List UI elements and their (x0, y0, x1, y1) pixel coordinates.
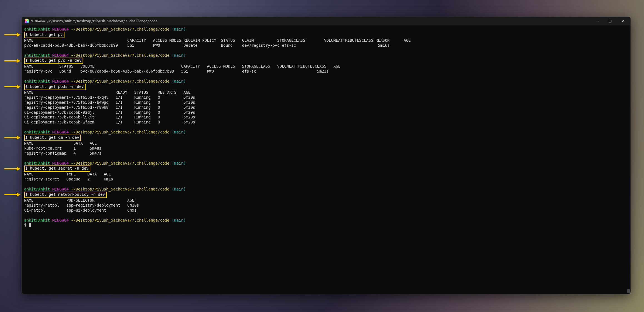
command-highlight: $ kubectl get secret -n dev (24, 165, 90, 172)
output-row: registry-configmap 4 5m47s (24, 151, 628, 156)
command-line: $ kubectl get cm -n dev (24, 135, 628, 141)
blank-line (24, 74, 628, 79)
output-row: registry-deployment-7575f656d7-b4wgd 1/1… (24, 100, 628, 105)
blank-line (24, 182, 628, 187)
output-header: NAME TYPE DATA AGE (24, 172, 628, 177)
output-header: NAME DATA AGE (24, 141, 628, 146)
prompt-line: ankit@Ankit MINGW64 ~/Desktop/Piyush_Sac… (24, 53, 628, 58)
terminal-body[interactable]: ankit@Ankit MINGW64 ~/Desktop/Piyush_Sac… (22, 25, 630, 294)
output-row: ui-deployment-757b7ccb6b-wfgzm 1/1 Runni… (24, 120, 628, 125)
annotation-arrow-icon (4, 33, 22, 37)
prompt-line: ankit@Ankit MINGW64 ~/Desktop/Piyush_Sac… (24, 79, 628, 84)
command-highlight: $ kubectl get pv (24, 32, 64, 38)
blank-line (24, 213, 628, 218)
cursor (29, 223, 31, 227)
minimize-button[interactable] (591, 17, 604, 25)
command-line: $ kubectl get pv (24, 32, 628, 38)
prompt-line: ankit@Ankit MINGW64 ~/Desktop/Piyush_Sac… (24, 218, 628, 223)
window-title: MINGW64:/c/Users/ankit/Desktop/Piyush_Sa… (31, 19, 591, 23)
blank-line (24, 156, 628, 161)
output-header: NAME POD-SELECTOR AGE (24, 198, 628, 203)
output-row: kube-root-ca.crt 1 5m48s (24, 146, 628, 151)
command-line: $ kubectl get pvc -n dev (24, 58, 628, 64)
maximize-button[interactable] (604, 17, 616, 25)
prompt-line: ankit@Ankit MINGW64 ~/Desktop/Piyush_Sac… (24, 187, 628, 192)
output-row: registry-secret Opaque 2 6m1s (24, 177, 628, 182)
prompt-line: ankit@Ankit MINGW64 ~/Desktop/Piyush_Sac… (24, 27, 628, 32)
command-line[interactable]: $ (24, 223, 628, 228)
close-button[interactable] (616, 17, 629, 25)
output-row: registry-deployment-7575f656d7-4xq4v 1/1… (24, 95, 628, 100)
prompt-line: ankit@Ankit MINGW64 ~/Desktop/Piyush_Sac… (24, 161, 628, 166)
command-line: $ kubectl get pods -n dev (24, 84, 628, 90)
annotation-arrow-icon (4, 193, 22, 197)
output-row: pvc-e87cabd4-bd58-43b5-bab7-d66fbdbc7b99… (24, 43, 628, 48)
titlebar[interactable]: MINGW64:/c/Users/ankit/Desktop/Piyush_Sa… (22, 17, 630, 25)
terminal-window: MINGW64:/c/Users/ankit/Desktop/Piyush_Sa… (22, 17, 631, 294)
blank-line (24, 48, 628, 53)
output-row: registry-deployment-7575f656d7-r8wh8 1/1… (24, 105, 628, 110)
output-row: registry-netpol app=registry-deployment … (24, 203, 628, 208)
output-header: NAME READY STATUS RESTARTS AGE (24, 90, 628, 95)
annotation-arrow-icon (4, 136, 22, 140)
blank-line (24, 125, 628, 130)
annotation-arrow-icon (4, 167, 22, 171)
output-row: ui-deployment-757b7ccb6b-92djl 1/1 Runni… (24, 110, 628, 115)
svg-rect-0 (609, 20, 611, 22)
command-highlight: $ kubectl get networkpolicy -n dev (24, 192, 107, 198)
command-line: $ kubectl get secret -n dev (24, 166, 628, 172)
command-line: $ kubectl get networkpolicy -n dev (24, 192, 628, 198)
output-row: registry-pvc Bound pvc-e87cabd4-bd58-43b… (24, 69, 628, 74)
output-header: NAME STATUS VOLUME CAPACITY ACCESS MODES… (24, 64, 628, 69)
output-row: ui-deployment-757b7ccb6b-l9kjt 1/1 Runni… (24, 115, 628, 120)
annotation-arrow-icon (4, 85, 22, 89)
app-icon (25, 19, 29, 23)
output-row: ui-netpol app=ui-deployment 6m9s (24, 208, 628, 213)
scrollbar-thumb[interactable] (627, 289, 630, 293)
command-highlight: $ kubectl get pvc -n dev (24, 58, 83, 64)
annotation-arrow-icon (4, 59, 22, 63)
output-header: NAME CAPACITY ACCESS MODES RECLAIM POLIC… (24, 38, 628, 43)
command-highlight: $ kubectl get cm -n dev (24, 135, 81, 141)
command-highlight: $ kubectl get pods -n dev (24, 84, 86, 90)
prompt-line: ankit@Ankit MINGW64 ~/Desktop/Piyush_Sac… (24, 130, 628, 135)
